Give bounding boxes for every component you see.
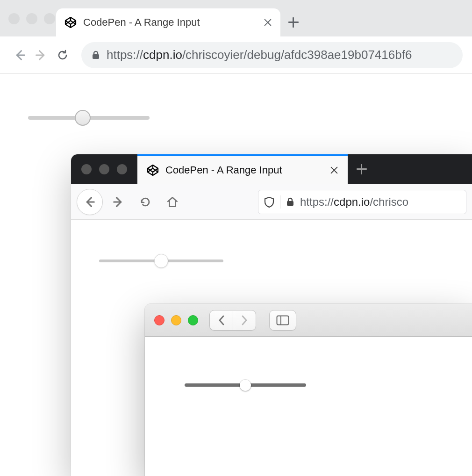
- window-close-dot[interactable]: [154, 315, 164, 325]
- firefox-tabbar: CodePen - A Range Input: [71, 154, 472, 184]
- new-tab-icon[interactable]: [286, 15, 301, 30]
- back-button[interactable]: [9, 45, 30, 65]
- window-minimize-dot[interactable]: [99, 164, 109, 174]
- close-tab-icon[interactable]: [330, 166, 338, 174]
- plus-icon: [354, 162, 369, 177]
- range-input[interactable]: [99, 260, 223, 262]
- window-minimize-dot[interactable]: [171, 315, 181, 325]
- divider: [280, 195, 280, 209]
- range-thumb[interactable]: [75, 110, 91, 126]
- window-controls: [71, 154, 137, 184]
- nav-buttons-segment: [209, 310, 256, 331]
- url-text: https://cdpn.io/chrisco: [300, 195, 408, 209]
- back-button[interactable]: [209, 310, 233, 331]
- close-tab-icon[interactable]: [264, 18, 272, 27]
- window-close-dot[interactable]: [81, 164, 92, 174]
- svg-rect-0: [93, 54, 99, 59]
- lock-icon[interactable]: [286, 197, 294, 207]
- home-button[interactable]: [161, 190, 184, 214]
- browser-tab-active[interactable]: CodePen - A Range Input: [137, 154, 348, 184]
- address-bar[interactable]: https://cdpn.io/chriscoyier/debug/afdc39…: [81, 42, 463, 68]
- svg-rect-1: [287, 201, 293, 206]
- reload-button[interactable]: [52, 45, 73, 65]
- window-maximize-dot[interactable]: [117, 164, 127, 174]
- chrome-tabbar: CodePen - A Range Input: [0, 0, 472, 36]
- range-thumb[interactable]: [154, 254, 168, 268]
- chrome-toolbar: https://cdpn.io/chriscoyier/debug/afdc39…: [0, 36, 472, 74]
- browser-tab-active[interactable]: CodePen - A Range Input: [56, 8, 280, 36]
- safari-toolbar: [145, 304, 472, 337]
- forward-button: [233, 310, 256, 331]
- forward-button[interactable]: [107, 190, 130, 214]
- range-input[interactable]: [28, 116, 150, 120]
- safari-browser-window: [145, 304, 472, 476]
- back-button[interactable]: [77, 189, 103, 215]
- new-tab-button[interactable]: [348, 154, 376, 184]
- range-thumb[interactable]: [240, 380, 251, 391]
- shield-icon[interactable]: [264, 196, 274, 208]
- safari-page-content: [145, 337, 472, 415]
- address-bar[interactable]: https://cdpn.io/chrisco: [258, 190, 466, 214]
- window-minimize-dot[interactable]: [26, 13, 37, 24]
- sidebar-toggle-button[interactable]: [269, 310, 296, 331]
- firefox-toolbar: https://cdpn.io/chrisco: [71, 184, 472, 220]
- window-maximize-dot[interactable]: [188, 315, 198, 325]
- reload-button[interactable]: [134, 190, 157, 214]
- lock-icon: [92, 50, 100, 60]
- codepen-icon: [147, 164, 159, 176]
- svg-rect-2: [277, 316, 289, 325]
- window-controls: [8, 13, 55, 24]
- forward-button[interactable]: [31, 45, 51, 65]
- range-input[interactable]: [185, 383, 306, 387]
- window-maximize-dot[interactable]: [44, 13, 55, 24]
- window-controls: [154, 315, 198, 325]
- window-close-dot[interactable]: [8, 13, 20, 24]
- url-text: https://cdpn.io/chriscoyier/debug/afdc39…: [107, 48, 412, 62]
- tab-title: CodePen - A Range Input: [83, 16, 200, 29]
- tab-title: CodePen - A Range Input: [165, 164, 282, 176]
- codepen-icon: [64, 16, 77, 29]
